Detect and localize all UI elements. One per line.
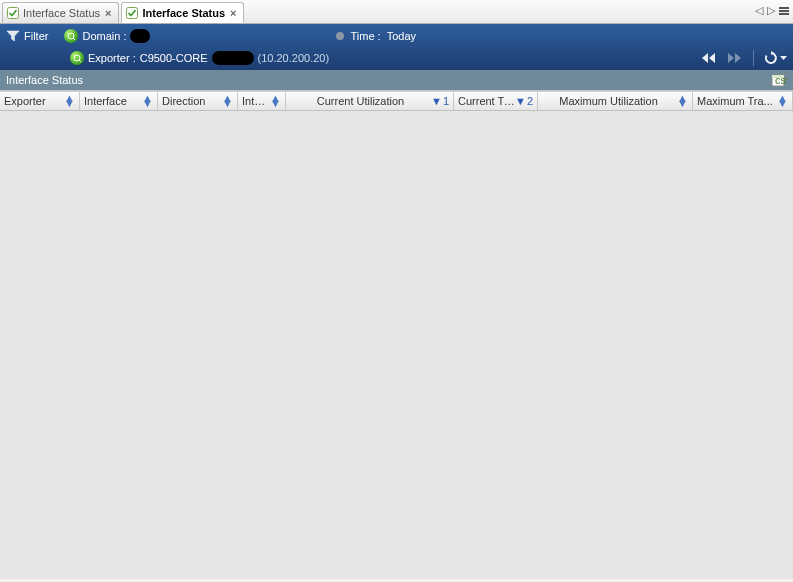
export-csv-icon[interactable]: csv [771, 72, 787, 88]
check-icon [7, 7, 19, 19]
sort-icon [142, 96, 153, 106]
playback-controls [701, 50, 787, 66]
sort-desc-2-icon: 2 [515, 95, 533, 107]
rewind-button[interactable] [701, 52, 717, 64]
tab-interface-status-2[interactable]: Interface Status × [121, 2, 244, 23]
filter-bar: Filter Domain : Time : Today Exporter : … [0, 24, 793, 70]
svg-rect-1 [127, 7, 138, 18]
filter-button[interactable]: Filter [6, 29, 48, 43]
col-current-traffic[interactable]: Current Tra... 2 [454, 92, 538, 110]
divider [753, 50, 754, 66]
tab-label: Interface Status [142, 7, 225, 19]
col-current-utilization[interactable]: Current Utilization 1 [286, 92, 454, 110]
col-direction[interactable]: Direction [158, 92, 238, 110]
col-maximum-traffic[interactable]: Maximum Tra... [693, 92, 793, 110]
sort-icon [270, 96, 281, 106]
chevron-down-icon [780, 56, 787, 61]
close-icon[interactable]: × [104, 7, 112, 19]
check-icon [126, 7, 138, 19]
section-header: Interface Status csv [0, 70, 793, 91]
table-body-empty [0, 111, 793, 579]
tab-prev-icon[interactable]: ◁ [755, 4, 763, 17]
status-dot-icon [336, 32, 344, 40]
col-exporter[interactable]: Exporter [0, 92, 80, 110]
close-icon[interactable]: × [229, 7, 237, 19]
time-filter[interactable]: Time : Today [336, 30, 416, 42]
svg-rect-4 [779, 13, 789, 15]
time-value: Today [387, 30, 416, 42]
col-interface-speed[interactable]: Inte... [238, 92, 286, 110]
exporter-value-redacted [212, 51, 254, 65]
exporter-label: Exporter : [88, 52, 136, 64]
tab-label: Interface Status [23, 7, 100, 19]
tab-list-icon[interactable] [779, 6, 789, 16]
svg-rect-3 [779, 10, 789, 12]
filter-label: Filter [24, 30, 48, 42]
tab-nav: ◁ ▷ [755, 4, 789, 17]
sort-icon [222, 96, 233, 106]
svg-rect-0 [8, 8, 19, 19]
exporter-ip: (10.20.200.20) [258, 52, 330, 64]
domain-filter[interactable]: Domain : [64, 29, 150, 43]
drilldown-icon [64, 29, 78, 43]
tab-next-icon[interactable]: ▷ [767, 4, 775, 17]
col-maximum-utilization[interactable]: Maximum Utilization [538, 92, 693, 110]
sort-icon [677, 96, 688, 106]
svg-line-6 [73, 38, 75, 40]
tab-interface-status-1[interactable]: Interface Status × [2, 2, 119, 23]
section-title: Interface Status [6, 74, 83, 86]
tab-bar: Interface Status × Interface Status × ◁ … [0, 0, 793, 24]
sort-icon [64, 96, 75, 106]
funnel-icon [6, 29, 20, 43]
domain-value-redacted [130, 29, 150, 43]
col-interface[interactable]: Interface [80, 92, 158, 110]
exporter-filter[interactable]: Exporter : C9500-CORE (10.20.200.20) [70, 51, 329, 65]
svg-line-8 [79, 60, 81, 62]
svg-rect-2 [779, 7, 789, 9]
refresh-button[interactable] [764, 51, 787, 65]
table-header: Exporter Interface Direction Inte... Cur… [0, 91, 793, 111]
svg-text:csv: csv [775, 74, 787, 86]
domain-label: Domain : [82, 30, 126, 42]
forward-button[interactable] [727, 52, 743, 64]
drilldown-icon [70, 51, 84, 65]
sort-desc-1-icon: 1 [431, 95, 449, 107]
sort-icon [777, 96, 788, 106]
time-label: Time : [350, 30, 380, 42]
exporter-value: C9500-CORE [140, 52, 208, 64]
